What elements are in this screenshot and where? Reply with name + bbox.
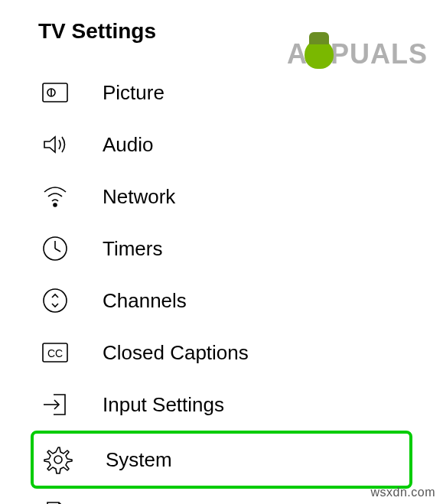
- menu-label: Picture: [103, 81, 164, 105]
- source-text: wsxdn.com: [370, 486, 435, 499]
- settings-menu: Picture Audio Network Timers Channels CC…: [31, 67, 412, 504]
- cc-icon: CC: [38, 336, 72, 369]
- menu-label: System: [106, 448, 172, 472]
- menu-item-channels[interactable]: Channels: [31, 275, 412, 327]
- svg-point-7: [44, 289, 67, 312]
- menu-item-timers[interactable]: Timers: [31, 223, 412, 275]
- watermark-suffix: PUALS: [331, 38, 428, 70]
- svg-point-3: [54, 203, 57, 206]
- menu-label: Audio: [103, 133, 154, 157]
- channels-icon: [38, 284, 72, 317]
- svg-text:CC: CC: [47, 347, 63, 359]
- watermark: APUALS: [287, 38, 428, 70]
- mascot-icon: [305, 40, 334, 69]
- menu-label: Network: [103, 185, 175, 209]
- timers-icon: [38, 232, 72, 265]
- audio-icon: [38, 128, 72, 161]
- menu-item-closed-captions[interactable]: CC Closed Captions: [31, 327, 412, 379]
- svg-line-6: [55, 249, 60, 252]
- menu-item-input-settings[interactable]: Input Settings: [31, 379, 412, 431]
- menu-label: Closed Captions: [103, 341, 249, 365]
- svg-point-11: [54, 456, 62, 463]
- menu-label: Channels: [103, 289, 187, 313]
- manual-icon: [38, 498, 72, 504]
- menu-item-network[interactable]: Network: [31, 171, 412, 223]
- network-icon: [38, 180, 72, 213]
- menu-item-audio[interactable]: Audio: [31, 119, 412, 171]
- menu-label: Input Settings: [103, 393, 224, 417]
- menu-item-user-manual[interactable]: User Manual: [31, 489, 412, 504]
- menu-label: Timers: [103, 237, 162, 261]
- menu-item-picture[interactable]: Picture: [31, 67, 412, 119]
- input-icon: [38, 388, 72, 421]
- picture-icon: [38, 76, 72, 109]
- menu-item-system[interactable]: System: [31, 431, 412, 489]
- gear-icon: [41, 443, 75, 476]
